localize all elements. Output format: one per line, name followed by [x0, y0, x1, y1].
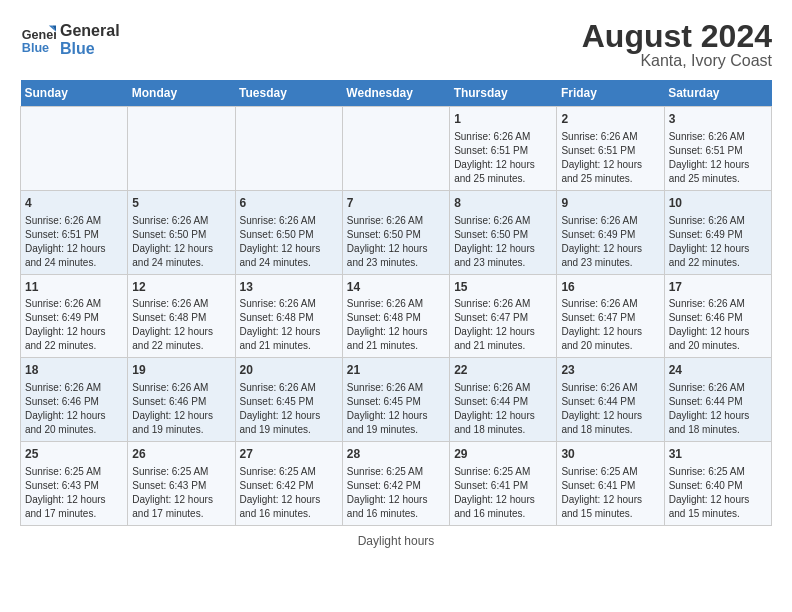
day-info: Sunrise: 6:26 AM Sunset: 6:48 PM Dayligh… [240, 297, 338, 353]
day-number: 13 [240, 279, 338, 296]
day-info: Sunrise: 6:26 AM Sunset: 6:49 PM Dayligh… [669, 214, 767, 270]
day-number: 26 [132, 446, 230, 463]
day-number: 1 [454, 111, 552, 128]
day-number: 24 [669, 362, 767, 379]
title-block: August 2024 Kanta, Ivory Coast [582, 20, 772, 70]
calendar-cell-w1-d1 [21, 107, 128, 191]
calendar-cell-w3-d6: 16Sunrise: 6:26 AM Sunset: 6:47 PM Dayli… [557, 274, 664, 358]
day-number: 22 [454, 362, 552, 379]
week-row-5: 25Sunrise: 6:25 AM Sunset: 6:43 PM Dayli… [21, 442, 772, 526]
calendar-table: Sunday Monday Tuesday Wednesday Thursday… [20, 80, 772, 526]
day-info: Sunrise: 6:26 AM Sunset: 6:47 PM Dayligh… [561, 297, 659, 353]
calendar-cell-w4-d2: 19Sunrise: 6:26 AM Sunset: 6:46 PM Dayli… [128, 358, 235, 442]
day-info: Sunrise: 6:26 AM Sunset: 6:49 PM Dayligh… [561, 214, 659, 270]
day-number: 10 [669, 195, 767, 212]
col-monday: Monday [128, 80, 235, 107]
calendar-cell-w3-d7: 17Sunrise: 6:26 AM Sunset: 6:46 PM Dayli… [664, 274, 771, 358]
col-thursday: Thursday [450, 80, 557, 107]
day-info: Sunrise: 6:26 AM Sunset: 6:44 PM Dayligh… [669, 381, 767, 437]
day-number: 15 [454, 279, 552, 296]
calendar-cell-w2-d3: 6Sunrise: 6:26 AM Sunset: 6:50 PM Daylig… [235, 190, 342, 274]
day-info: Sunrise: 6:26 AM Sunset: 6:45 PM Dayligh… [240, 381, 338, 437]
calendar-cell-w5-d2: 26Sunrise: 6:25 AM Sunset: 6:43 PM Dayli… [128, 442, 235, 526]
logo-general: General [60, 22, 120, 40]
day-info: Sunrise: 6:26 AM Sunset: 6:50 PM Dayligh… [347, 214, 445, 270]
week-row-1: 1Sunrise: 6:26 AM Sunset: 6:51 PM Daylig… [21, 107, 772, 191]
day-number: 12 [132, 279, 230, 296]
col-sunday: Sunday [21, 80, 128, 107]
day-number: 18 [25, 362, 123, 379]
day-info: Sunrise: 6:26 AM Sunset: 6:46 PM Dayligh… [669, 297, 767, 353]
col-friday: Friday [557, 80, 664, 107]
week-row-2: 4Sunrise: 6:26 AM Sunset: 6:51 PM Daylig… [21, 190, 772, 274]
col-tuesday: Tuesday [235, 80, 342, 107]
calendar-body: 1Sunrise: 6:26 AM Sunset: 6:51 PM Daylig… [21, 107, 772, 526]
calendar-cell-w1-d5: 1Sunrise: 6:26 AM Sunset: 6:51 PM Daylig… [450, 107, 557, 191]
calendar-cell-w2-d7: 10Sunrise: 6:26 AM Sunset: 6:49 PM Dayli… [664, 190, 771, 274]
day-info: Sunrise: 6:25 AM Sunset: 6:41 PM Dayligh… [454, 465, 552, 521]
calendar-cell-w5-d6: 30Sunrise: 6:25 AM Sunset: 6:41 PM Dayli… [557, 442, 664, 526]
col-wednesday: Wednesday [342, 80, 449, 107]
calendar-cell-w1-d4 [342, 107, 449, 191]
calendar-cell-w4-d7: 24Sunrise: 6:26 AM Sunset: 6:44 PM Dayli… [664, 358, 771, 442]
calendar-cell-w4-d3: 20Sunrise: 6:26 AM Sunset: 6:45 PM Dayli… [235, 358, 342, 442]
day-number: 5 [132, 195, 230, 212]
day-info: Sunrise: 6:25 AM Sunset: 6:41 PM Dayligh… [561, 465, 659, 521]
day-info: Sunrise: 6:26 AM Sunset: 6:45 PM Dayligh… [347, 381, 445, 437]
day-number: 9 [561, 195, 659, 212]
page-container: General Blue General Blue August 2024 Ka… [20, 20, 772, 548]
day-number: 25 [25, 446, 123, 463]
day-info: Sunrise: 6:26 AM Sunset: 6:44 PM Dayligh… [454, 381, 552, 437]
calendar-cell-w4-d6: 23Sunrise: 6:26 AM Sunset: 6:44 PM Dayli… [557, 358, 664, 442]
calendar-cell-w2-d5: 8Sunrise: 6:26 AM Sunset: 6:50 PM Daylig… [450, 190, 557, 274]
day-number: 6 [240, 195, 338, 212]
day-info: Sunrise: 6:26 AM Sunset: 6:50 PM Dayligh… [454, 214, 552, 270]
calendar-cell-w1-d3 [235, 107, 342, 191]
calendar-subtitle: Kanta, Ivory Coast [582, 52, 772, 70]
day-info: Sunrise: 6:26 AM Sunset: 6:51 PM Dayligh… [669, 130, 767, 186]
calendar-cell-w2-d6: 9Sunrise: 6:26 AM Sunset: 6:49 PM Daylig… [557, 190, 664, 274]
calendar-cell-w3-d2: 12Sunrise: 6:26 AM Sunset: 6:48 PM Dayli… [128, 274, 235, 358]
day-info: Sunrise: 6:26 AM Sunset: 6:51 PM Dayligh… [454, 130, 552, 186]
calendar-title: August 2024 [582, 20, 772, 52]
logo-icon: General Blue [20, 21, 56, 57]
day-info: Sunrise: 6:26 AM Sunset: 6:50 PM Dayligh… [240, 214, 338, 270]
calendar-cell-w1-d2 [128, 107, 235, 191]
calendar-cell-w4-d4: 21Sunrise: 6:26 AM Sunset: 6:45 PM Dayli… [342, 358, 449, 442]
calendar-header: Sunday Monday Tuesday Wednesday Thursday… [21, 80, 772, 107]
day-number: 27 [240, 446, 338, 463]
day-info: Sunrise: 6:26 AM Sunset: 6:50 PM Dayligh… [132, 214, 230, 270]
day-number: 3 [669, 111, 767, 128]
day-info: Sunrise: 6:26 AM Sunset: 6:48 PM Dayligh… [347, 297, 445, 353]
day-number: 30 [561, 446, 659, 463]
day-info: Sunrise: 6:26 AM Sunset: 6:51 PM Dayligh… [25, 214, 123, 270]
day-number: 20 [240, 362, 338, 379]
day-number: 19 [132, 362, 230, 379]
logo: General Blue General Blue [20, 20, 120, 57]
day-number: 28 [347, 446, 445, 463]
day-info: Sunrise: 6:26 AM Sunset: 6:44 PM Dayligh… [561, 381, 659, 437]
day-info: Sunrise: 6:26 AM Sunset: 6:51 PM Dayligh… [561, 130, 659, 186]
day-number: 31 [669, 446, 767, 463]
day-info: Sunrise: 6:26 AM Sunset: 6:49 PM Dayligh… [25, 297, 123, 353]
day-info: Sunrise: 6:25 AM Sunset: 6:43 PM Dayligh… [25, 465, 123, 521]
footer-text: Daylight hours [358, 534, 435, 548]
calendar-cell-w5-d5: 29Sunrise: 6:25 AM Sunset: 6:41 PM Dayli… [450, 442, 557, 526]
calendar-cell-w1-d7: 3Sunrise: 6:26 AM Sunset: 6:51 PM Daylig… [664, 107, 771, 191]
calendar-cell-w2-d4: 7Sunrise: 6:26 AM Sunset: 6:50 PM Daylig… [342, 190, 449, 274]
calendar-cell-w1-d6: 2Sunrise: 6:26 AM Sunset: 6:51 PM Daylig… [557, 107, 664, 191]
day-info: Sunrise: 6:25 AM Sunset: 6:42 PM Dayligh… [240, 465, 338, 521]
day-number: 29 [454, 446, 552, 463]
day-info: Sunrise: 6:25 AM Sunset: 6:42 PM Dayligh… [347, 465, 445, 521]
calendar-cell-w4-d1: 18Sunrise: 6:26 AM Sunset: 6:46 PM Dayli… [21, 358, 128, 442]
day-number: 16 [561, 279, 659, 296]
col-saturday: Saturday [664, 80, 771, 107]
day-info: Sunrise: 6:25 AM Sunset: 6:40 PM Dayligh… [669, 465, 767, 521]
week-row-4: 18Sunrise: 6:26 AM Sunset: 6:46 PM Dayli… [21, 358, 772, 442]
day-number: 23 [561, 362, 659, 379]
calendar-cell-w5-d4: 28Sunrise: 6:25 AM Sunset: 6:42 PM Dayli… [342, 442, 449, 526]
calendar-cell-w3-d3: 13Sunrise: 6:26 AM Sunset: 6:48 PM Dayli… [235, 274, 342, 358]
week-row-3: 11Sunrise: 6:26 AM Sunset: 6:49 PM Dayli… [21, 274, 772, 358]
svg-text:Blue: Blue [22, 40, 49, 54]
calendar-cell-w4-d5: 22Sunrise: 6:26 AM Sunset: 6:44 PM Dayli… [450, 358, 557, 442]
